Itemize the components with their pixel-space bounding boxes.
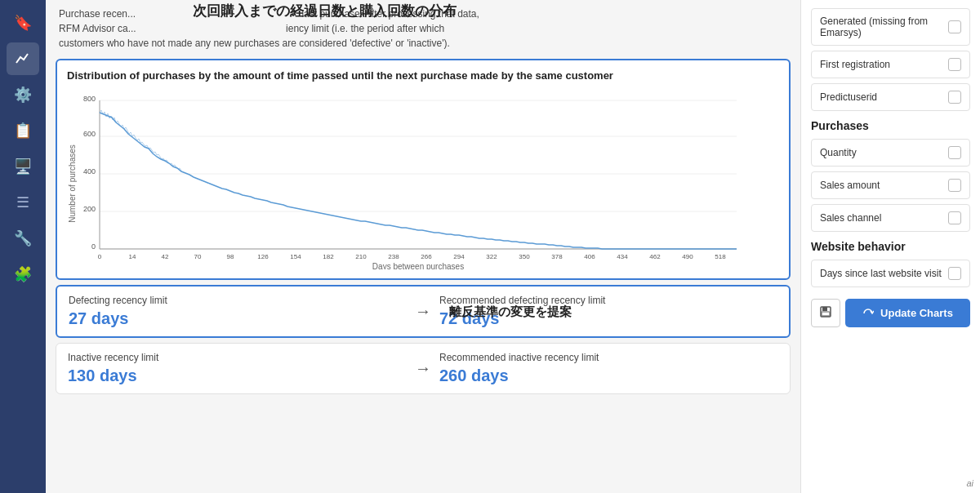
sales-amount-label: Sales amount xyxy=(820,180,880,191)
svg-text:Number of purchases: Number of purchases xyxy=(68,144,77,223)
svg-rect-36 xyxy=(822,307,827,311)
ai-badge: ai xyxy=(966,478,973,488)
generated-label: Generated (missing from Emarsys) xyxy=(820,16,948,38)
svg-text:0: 0 xyxy=(91,242,96,251)
svg-text:322: 322 xyxy=(486,253,497,260)
metrics-section: Defecting recency limit 27 days → Recomm… xyxy=(56,285,791,394)
first-registration-label: First registration xyxy=(820,59,890,70)
arrow-icon: → xyxy=(407,302,439,321)
svg-text:210: 210 xyxy=(355,253,367,260)
svg-text:98: 98 xyxy=(227,253,234,260)
sidebar: 🔖 ⚙️ 📋 🖥️ ☰ 🔧 🧩 xyxy=(0,0,46,493)
svg-text:Days between purchases: Days between purchases xyxy=(372,262,464,269)
sidebar-item-table[interactable]: 📋 xyxy=(7,114,39,147)
inactive-current: Inactive recency limit 130 days xyxy=(68,352,407,385)
action-buttons-row: Update Charts xyxy=(811,292,970,327)
svg-rect-37 xyxy=(822,312,830,316)
defecting-metric-row: Defecting recency limit 27 days → Recomm… xyxy=(56,285,791,338)
sidebar-item-plugin[interactable]: 🧩 xyxy=(7,258,39,291)
sidebar-item-list[interactable]: ☰ xyxy=(7,186,39,219)
svg-text:434: 434 xyxy=(617,253,628,260)
defecting-current-label: Defecting recency limit xyxy=(69,295,407,306)
sidebar-item-wrench[interactable]: 🔧 xyxy=(7,222,39,255)
inactive-current-value: 130 days xyxy=(68,366,407,385)
content-wrapper: Purchase recen... last purchase. After p… xyxy=(46,0,980,493)
sales-amount-item: Sales amount xyxy=(811,171,970,199)
days-since-visit-label: Days since last website visit xyxy=(820,268,942,279)
sales-amount-checkbox[interactable] xyxy=(948,179,961,192)
svg-text:350: 350 xyxy=(519,253,530,260)
purchases-chart: Number of purchases 0 200 400 600 800 xyxy=(67,90,745,269)
first-registration-item: First registration xyxy=(811,51,970,78)
svg-text:378: 378 xyxy=(551,253,563,260)
quantity-checkbox[interactable] xyxy=(948,146,961,159)
quantity-label: Quantity xyxy=(820,147,857,158)
sidebar-item-monitor[interactable]: 🖥️ xyxy=(7,150,39,183)
svg-text:600: 600 xyxy=(83,130,96,138)
main-content: Purchase recen... last purchase. After p… xyxy=(46,0,800,493)
svg-text:0: 0 xyxy=(98,253,102,260)
svg-text:154: 154 xyxy=(290,253,301,260)
svg-text:490: 490 xyxy=(682,253,693,260)
sidebar-item-chart[interactable] xyxy=(7,42,39,75)
predictuserid-label: Predictuserid xyxy=(820,91,877,103)
svg-text:14: 14 xyxy=(129,253,136,260)
quantity-item: Quantity xyxy=(811,139,970,167)
arrow-icon-2: → xyxy=(407,359,439,378)
defecting-current-value: 27 days xyxy=(69,309,407,328)
top-text-line2: RFM Advisor ca... iency limit (i.e. the … xyxy=(59,21,787,36)
svg-text:518: 518 xyxy=(715,253,726,260)
svg-text:238: 238 xyxy=(388,253,399,260)
inactive-metric-row: Inactive recency limit 130 days → Recomm… xyxy=(56,343,791,394)
chart-title: Distribution of purchases by the amount … xyxy=(67,69,779,83)
svg-text:200: 200 xyxy=(83,205,96,213)
save-button[interactable] xyxy=(811,299,840,327)
update-charts-label: Update Charts xyxy=(880,307,953,319)
svg-text:294: 294 xyxy=(453,253,465,260)
sidebar-item-settings[interactable]: ⚙️ xyxy=(7,78,39,111)
days-since-visit-item: Days since last website visit xyxy=(811,260,970,287)
inactive-recommended-value: 260 days xyxy=(439,366,778,385)
svg-text:800: 800 xyxy=(83,95,96,103)
top-text-line3: customers who have not made any new purc… xyxy=(59,36,787,51)
sales-channel-label: Sales channel xyxy=(820,212,881,224)
svg-text:42: 42 xyxy=(162,253,169,260)
svg-text:70: 70 xyxy=(194,253,202,260)
sales-channel-item: Sales channel xyxy=(811,204,970,232)
inactive-recommended-label: Recommended inactive recency limit xyxy=(439,352,778,363)
first-registration-checkbox[interactable] xyxy=(948,58,961,71)
generated-item: Generated (missing from Emarsys) xyxy=(811,8,970,46)
inactive-current-label: Inactive recency limit xyxy=(68,352,407,363)
chart-wrapper: Number of purchases 0 200 400 600 800 xyxy=(67,90,779,272)
predictuserid-checkbox[interactable] xyxy=(948,91,961,104)
website-behavior-section-title: Website behavior xyxy=(811,240,970,253)
update-charts-button[interactable]: Update Charts xyxy=(845,299,970,327)
jp-annotation-metric: 離反基準の変更を提案 xyxy=(449,304,572,319)
svg-text:400: 400 xyxy=(83,167,96,175)
top-text-area: Purchase recen... last purchase. After p… xyxy=(46,0,800,54)
days-since-visit-checkbox[interactable] xyxy=(948,267,961,280)
top-text-line1: Purchase recen... last purchase. After p… xyxy=(59,7,787,21)
svg-text:126: 126 xyxy=(257,253,269,260)
sidebar-item-bookmark[interactable]: 🔖 xyxy=(7,7,39,39)
inactive-recommended: Recommended inactive recency limit 260 d… xyxy=(439,352,778,385)
predictuserid-item: Predictuserid xyxy=(811,83,970,111)
defecting-current: Defecting recency limit 27 days xyxy=(69,295,407,328)
svg-text:406: 406 xyxy=(584,253,595,260)
generated-checkbox[interactable] xyxy=(948,20,961,33)
svg-text:462: 462 xyxy=(649,253,661,260)
svg-text:266: 266 xyxy=(421,253,432,260)
chart-section: Distribution of purchases by the amount … xyxy=(56,59,791,280)
right-panel: Generated (missing from Emarsys) First r… xyxy=(800,0,980,493)
purchases-section-title: Purchases xyxy=(811,119,970,132)
svg-text:182: 182 xyxy=(323,253,334,260)
sales-channel-checkbox[interactable] xyxy=(948,211,961,224)
